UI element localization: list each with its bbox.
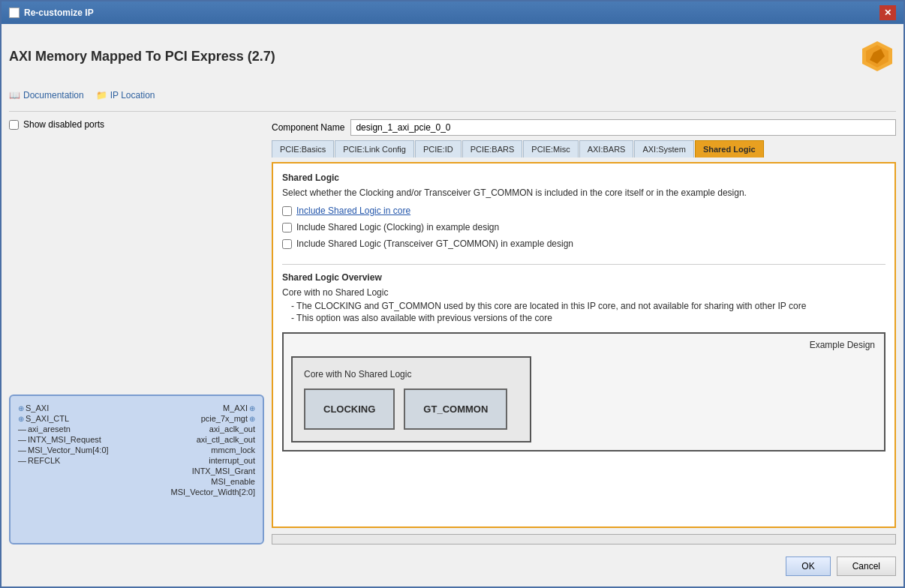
- example-design-label: Example Design: [810, 340, 875, 350]
- include-shared-logic-transceiver-label: Include Shared Logic (Transceiver GT_COM…: [296, 238, 573, 249]
- ip-location-link[interactable]: 📁 IP Location: [96, 90, 155, 100]
- port-left: — INTX_MSI_Request: [18, 435, 101, 444]
- port-dash: —: [18, 424, 26, 434]
- window-title: Re-customize IP: [24, 8, 94, 18]
- port-label-interrupt: interrupt_out: [209, 456, 255, 465]
- port-diagram: ⊕ S_AXI M_AXI ⊕ ⊕ S_AXI_CTL: [18, 404, 255, 496]
- tab-pcie-bars[interactable]: PCIE:BARS: [462, 140, 523, 158]
- component-diagram: ⊕ S_AXI M_AXI ⊕ ⊕ S_AXI_CTL: [9, 394, 264, 544]
- port-label-aresetn: axi_aresetn: [28, 424, 71, 434]
- toolbar: 📖 Documentation 📁 IP Location: [9, 87, 896, 104]
- ok-button[interactable]: OK: [786, 556, 830, 576]
- horizontal-scrollbar[interactable]: [272, 534, 896, 544]
- port-right: INTX_MSI_Grant: [192, 466, 255, 476]
- port-row: INTX_MSI_Grant: [18, 466, 255, 476]
- port-right: interrupt_out: [209, 456, 255, 465]
- left-panel: Show disabled ports ⊕ S_AXI M_AXI: [9, 119, 264, 544]
- port-left: ⊕ S_AXI_CTL: [18, 414, 69, 423]
- core-buttons: CLOCKING GT_COMMON: [304, 388, 519, 430]
- bullet-text-2: - This option was also available with pr…: [291, 313, 885, 323]
- tab-content-shared-logic: Shared Logic Select whether the Clocking…: [272, 162, 896, 528]
- port-label-ctl-aclk: axi_ctl_aclk_out: [197, 435, 255, 444]
- core-box-title: Core with No Shared Logic: [304, 369, 519, 380]
- tab-axi-system[interactable]: AXI:System: [634, 140, 693, 158]
- overview-core-title: Core with no Shared Logic: [282, 287, 885, 298]
- port-left: — REFCLK: [18, 456, 60, 465]
- checkbox-row-3: Include Shared Logic (Transceiver GT_COM…: [282, 238, 885, 249]
- port-row: ⊕ S_AXI M_AXI ⊕: [18, 404, 255, 412]
- port-row: MSI_Vector_Width[2:0]: [18, 488, 255, 496]
- tab-axi-bars[interactable]: AXI:BARS: [579, 140, 634, 158]
- tab-pcie-id[interactable]: PCIE:ID: [415, 140, 462, 158]
- close-button[interactable]: ✕: [879, 5, 896, 20]
- port-label-msi-vec-num: MSI_Vector_Num[4:0]: [28, 446, 109, 454]
- ip-location-label: IP Location: [110, 90, 155, 100]
- shared-logic-section: Shared Logic Select whether the Clocking…: [282, 172, 885, 255]
- include-shared-logic-transceiver-checkbox[interactable]: [282, 239, 292, 249]
- clocking-button: CLOCKING: [304, 388, 395, 430]
- checkbox-row-2: Include Shared Logic (Clocking) in examp…: [282, 222, 885, 232]
- port-left: — axi_aresetn: [18, 424, 71, 434]
- port-right: mmcm_lock: [211, 446, 255, 454]
- tab-pcie-link-config[interactable]: PCIE:Link Config: [335, 140, 414, 158]
- shared-logic-desc: Select whether the Clocking and/or Trans…: [282, 188, 885, 198]
- port-dash: —: [18, 435, 26, 444]
- port-row: ⊕ S_AXI_CTL pcie_7x_mgt ⊕: [18, 414, 255, 423]
- port-label-intx-grant: INTX_MSI_Grant: [192, 466, 255, 476]
- port-row: — MSI_Vector_Num[4:0] mmcm_lock: [18, 446, 255, 454]
- show-disabled-checkbox[interactable]: [9, 120, 19, 130]
- app-header: AXI Memory Mapped To PCI Express (2.7): [9, 32, 896, 81]
- include-shared-logic-clocking-checkbox[interactable]: [282, 223, 292, 232]
- folder-icon: 📁: [96, 90, 107, 100]
- tab-pcie-basics[interactable]: PCIE:Basics: [272, 140, 334, 158]
- port-row: — axi_aresetn axi_aclk_out: [18, 424, 255, 434]
- overview-title: Shared Logic Overview: [282, 272, 885, 283]
- port-connector: ⊕: [18, 415, 24, 423]
- documentation-label: Documentation: [23, 90, 84, 100]
- port-dash: —: [18, 456, 26, 465]
- port-row: — REFCLK interrupt_out: [18, 456, 255, 465]
- port-row: — INTX_MSI_Request axi_ctl_aclk_out: [18, 435, 255, 444]
- title-bar: Re-customize IP ✕: [2, 2, 903, 24]
- port-label-msi-vec-width: MSI_Vector_Width[2:0]: [171, 488, 256, 496]
- port-left: ⊕ S_AXI: [18, 404, 49, 412]
- port-label-s-axi: S_AXI: [26, 404, 49, 412]
- port-right: axi_aclk_out: [209, 424, 255, 434]
- bullet-text-1: - The CLOCKING and GT_COMMON used by thi…: [291, 301, 885, 311]
- shared-logic-title: Shared Logic: [282, 172, 885, 183]
- example-design-container: Example Design Core with No Shared Logic…: [282, 332, 885, 452]
- documentation-link[interactable]: 📖 Documentation: [9, 90, 84, 100]
- content-area: AXI Memory Mapped To PCI Express (2.7) 📖…: [2, 24, 903, 586]
- main-window: Re-customize IP ✕ AXI Memory Mapped To P…: [0, 0, 905, 588]
- component-name-row: Component Name: [272, 119, 896, 136]
- port-right: pcie_7x_mgt ⊕: [201, 414, 255, 423]
- include-shared-logic-core-label[interactable]: Include Shared Logic in core: [296, 206, 410, 216]
- port-row: MSI_enable: [18, 477, 255, 486]
- overview-section: Shared Logic Overview Core with no Share…: [282, 264, 885, 452]
- port-label-aclk-out: axi_aclk_out: [209, 424, 255, 434]
- port-left: — MSI_Vector_Num[4:0]: [18, 446, 109, 454]
- title-bar-left: Re-customize IP: [9, 8, 94, 18]
- divider: [9, 111, 896, 112]
- port-dash: —: [18, 446, 26, 454]
- footer: OK Cancel: [9, 550, 896, 579]
- port-right: MSI_Vector_Width[2:0]: [171, 488, 256, 496]
- port-label-intx: INTX_MSI_Request: [28, 435, 101, 444]
- include-shared-logic-core-checkbox[interactable]: [282, 206, 292, 216]
- core-box: Core with No Shared Logic CLOCKING GT_CO…: [291, 356, 531, 442]
- checkbox-row-1: Include Shared Logic in core: [282, 206, 885, 216]
- main-layout: Show disabled ports ⊕ S_AXI M_AXI: [9, 119, 896, 544]
- port-right: M_AXI ⊕: [223, 404, 255, 412]
- port-right: MSI_enable: [211, 477, 255, 486]
- tab-pcie-misc[interactable]: PCIE:Misc: [523, 140, 578, 158]
- port-label-refclk: REFCLK: [28, 456, 60, 465]
- port-label-s-axi-ctl: S_AXI_CTL: [26, 414, 69, 423]
- app-title: AXI Memory Mapped To PCI Express (2.7): [9, 49, 275, 64]
- component-name-input[interactable]: [350, 119, 896, 136]
- port-label-pcie7x: pcie_7x_mgt: [201, 414, 248, 423]
- port-label-mmcm-lock: mmcm_lock: [211, 446, 255, 454]
- tabs-bar: PCIE:Basics PCIE:Link Config PCIE:ID PCI…: [272, 140, 896, 158]
- cancel-button[interactable]: Cancel: [837, 556, 896, 576]
- tab-shared-logic[interactable]: Shared Logic: [695, 140, 764, 158]
- port-connector-left: ⊕: [18, 404, 24, 412]
